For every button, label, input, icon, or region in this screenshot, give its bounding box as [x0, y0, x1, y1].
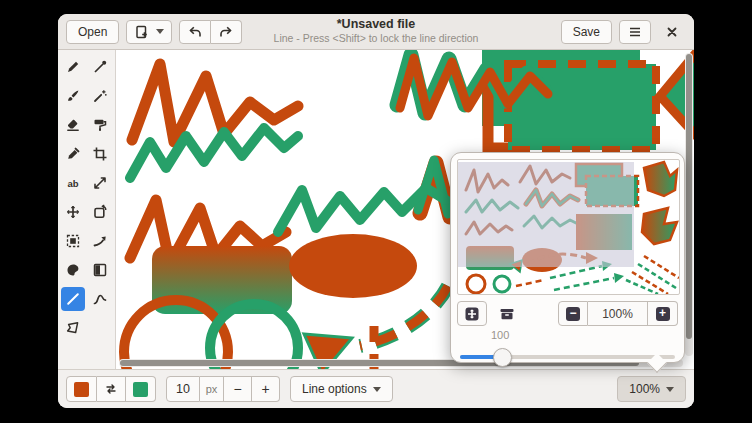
eraser-icon — [65, 117, 81, 133]
move-arrows-icon — [65, 204, 81, 220]
hamburger-menu-icon — [627, 24, 643, 40]
minimap-viewport-indicator — [458, 162, 634, 267]
chevron-down-icon — [666, 387, 674, 392]
vertical-scrollbar[interactable] — [685, 53, 693, 356]
free-selection-blob-icon — [65, 262, 81, 278]
popover-zoom-group: − 100% + — [558, 301, 678, 326]
tool-pencil[interactable] — [61, 55, 85, 79]
line-options-button[interactable]: Line options — [290, 376, 393, 402]
tool-shift[interactable] — [61, 200, 85, 224]
tool-color-picker[interactable] — [88, 55, 112, 79]
tool-free-selection[interactable] — [61, 258, 85, 282]
original-zoom-button[interactable] — [493, 301, 521, 326]
text-tool-icon: ab — [65, 175, 81, 191]
minus-icon: − — [566, 307, 580, 321]
popover-controls: − 100% + — [457, 301, 678, 326]
zoom-fit-button[interactable] — [457, 301, 487, 326]
swap-arrows-icon — [104, 382, 118, 396]
magic-wand-icon — [92, 88, 108, 104]
brush-icon — [65, 88, 81, 104]
tool-highlighter[interactable] — [61, 142, 85, 166]
save-button-label: Save — [573, 25, 600, 39]
scale-arrows-icon — [92, 175, 108, 191]
menu-button[interactable] — [619, 20, 651, 44]
tool-brush[interactable] — [61, 84, 85, 108]
screenshot-root: { "titlebar": { "open_label": "Open", "t… — [0, 0, 752, 423]
tool-remove-color[interactable] — [88, 84, 112, 108]
undo-button[interactable] — [179, 20, 211, 44]
line-options-label: Line options — [302, 382, 367, 396]
line-tool-icon — [65, 291, 81, 307]
titlebar-right: Save — [561, 20, 686, 44]
original-zoom-icon — [499, 306, 515, 322]
zoom-level-button[interactable]: 100% — [617, 376, 686, 402]
tool-sidebar: ab — [58, 50, 116, 369]
new-image-icon — [134, 24, 150, 40]
close-button[interactable] — [658, 20, 686, 44]
popover-zoom-value: 100% — [588, 301, 648, 326]
secondary-color-button[interactable] — [126, 376, 156, 402]
tool-filters[interactable] — [88, 258, 112, 282]
redo-button[interactable] — [211, 20, 242, 44]
popover-zoom-out-button[interactable]: − — [558, 301, 588, 326]
titlebar: Open — [58, 14, 694, 50]
curve-tool-icon — [92, 291, 108, 307]
eyedropper-icon — [92, 59, 108, 75]
chevron-down-icon — [373, 387, 381, 392]
tool-size-input[interactable]: 10 — [166, 376, 200, 402]
tool-skew[interactable] — [88, 229, 112, 253]
zoom-fit-icon — [464, 306, 480, 322]
tool-line[interactable] — [61, 287, 85, 311]
zoom-popover: − 100% + 100 — [450, 152, 685, 363]
titlebar-left: Open — [66, 20, 242, 44]
main-color-button[interactable] — [66, 376, 97, 402]
size-decrease-button[interactable]: − — [224, 376, 252, 402]
filter-half-square-icon — [92, 262, 108, 278]
tool-size-unit: px — [200, 376, 224, 402]
tool-text[interactable]: ab — [61, 171, 85, 195]
open-button-label: Open — [78, 25, 107, 39]
tool-eraser[interactable] — [61, 113, 85, 137]
main-color-swatch — [74, 382, 89, 397]
plus-icon: + — [656, 307, 670, 321]
tool-scale[interactable] — [88, 171, 112, 195]
highlighter-icon — [65, 146, 81, 162]
popover-zoom-in-button[interactable]: + — [648, 301, 678, 326]
open-button[interactable]: Open — [66, 20, 119, 44]
vertical-scrollbar-thumb[interactable] — [686, 54, 692, 339]
tool-size-group: 10 px − + — [166, 376, 280, 402]
zoom-level-label: 100% — [629, 382, 660, 396]
bottom-toolbar: 10 px − + Line options 100% — [58, 369, 694, 408]
redo-icon — [218, 24, 234, 40]
tool-curve[interactable] — [88, 287, 112, 311]
undo-redo-group — [179, 20, 242, 44]
pencil-icon — [65, 59, 81, 75]
text-tool-glyph: ab — [67, 178, 78, 189]
minimap-preview[interactable] — [457, 159, 680, 295]
undo-icon — [187, 24, 203, 40]
app-window: Open — [58, 14, 694, 408]
swap-colors-button[interactable] — [97, 376, 126, 402]
crop-icon — [92, 146, 108, 162]
zoom-slider-value: 100 — [491, 329, 509, 341]
tool-rect-selection[interactable] — [61, 229, 85, 253]
zoom-slider-handle[interactable] — [493, 348, 512, 367]
tool-rotate[interactable] — [88, 200, 112, 224]
tool-shape[interactable] — [61, 316, 85, 340]
save-button[interactable]: Save — [561, 20, 612, 44]
polygon-shape-icon — [65, 320, 81, 336]
rect-selection-icon — [65, 233, 81, 249]
chevron-down-icon — [156, 29, 164, 34]
new-image-dropdown-button[interactable] — [126, 20, 172, 44]
tool-paint[interactable] — [88, 113, 112, 137]
secondary-color-swatch — [133, 382, 148, 397]
color-controls-group — [66, 376, 156, 402]
rotate-icon — [92, 204, 108, 220]
size-increase-button[interactable]: + — [252, 376, 280, 402]
zoom-slider-row: 100 — [457, 327, 678, 373]
close-icon — [665, 25, 679, 39]
skew-arrow-icon — [92, 233, 108, 249]
paint-roller-icon — [92, 117, 108, 133]
minimap-artwork — [458, 160, 679, 294]
tool-crop[interactable] — [88, 142, 112, 166]
